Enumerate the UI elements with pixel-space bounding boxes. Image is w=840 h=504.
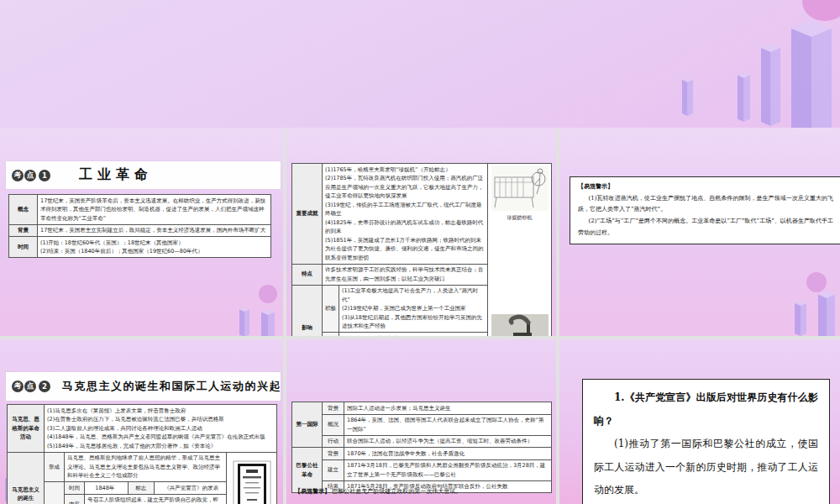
manifesto-book-image (233, 460, 271, 504)
row-label: 重要成就 (292, 164, 323, 265)
row-content: (1)工业革命极大地提高了社会生产力，人类进入“蒸汽时代” (2)19世纪中期，… (339, 285, 488, 333)
row-label: 第一国际 (292, 402, 323, 448)
topic2-header: 考 点 2 马克思主义的诞生和国际工人运动的兴起 (6, 372, 281, 401)
badge-number-icon: 1 (39, 170, 50, 181)
warning-box: 【易混警示】 (1)瓦特改进蒸汽机，使工业生产摆脱了地点、自然条件的限制，是生产… (570, 176, 840, 244)
row-content: 国际工人运动进一步发展；马克思主义诞生 (344, 402, 552, 415)
table-row: 马克思主义的诞生 形成 马克思、恩格斯批判地继承了前人思想的精华，形成了马克思主… (8, 452, 277, 482)
table-row: 重要成就 (1)1765年，哈格里夫斯发明“珍妮机”（开始标志） (2)1785… (292, 164, 552, 265)
topic1-header: 考 点 1 工业革命 (6, 161, 281, 189)
cube-decoration-icon (682, 20, 832, 128)
row-label: 影响 (292, 285, 323, 336)
qa-title: 1.《共产党宣言》出版后对世界历史有什么影响？ (594, 386, 818, 433)
warning-body: 巴黎公社是无产阶级建立政权的第一次伟大尝试。 (332, 488, 461, 495)
row-label: 背景 (9, 224, 38, 237)
badge-circle-icon: 点 (24, 381, 36, 392)
row-content: 1870年，法国在普法战争中失败，社会矛盾激化 (344, 448, 552, 460)
birth-mark-label: 标志 (128, 482, 155, 494)
table-row: 马克思、恩格斯的革命活动 (1)马克思多次在《莱茵报》上发表文章，抨击普鲁士政府… (8, 405, 277, 453)
row-content: 17世纪末，英国君主立宪制建立后，政局稳定，资本主义经济迅速发展，国内外市场不断… (38, 224, 271, 237)
warning-title: 【易混警示】 (295, 487, 330, 495)
sub-label: 背景 (323, 448, 344, 460)
sub-label: 行动 (323, 435, 344, 448)
table-row: 巴黎公社革命 背景 1870年，法国在普法战争中失败，社会矛盾激化 (292, 448, 552, 460)
row-content: 1848年 标志 《共产党宣言》的发表 (85, 482, 227, 495)
qa-box: 1.《共产党宣言》出版后对世界历史有什么影响？ (1)推动了第一国际和巴黎公社的… (582, 379, 830, 504)
image-column: 《共产党宣言》书影 (227, 452, 277, 504)
slide-cell-warning1[interactable]: 【易混警示】 (1)瓦特改进蒸汽机，使工业生产摆脱了地点、自然条件的限制，是生产… (559, 128, 840, 336)
spinning-jenny-figure: 珍妮纺纱机 (491, 165, 549, 221)
sub-label: 建立 (323, 459, 344, 480)
topic-badge: 考 点 2 (12, 381, 50, 392)
qa-paragraph: (1)推动了第一国际和巴黎公社的成立，使国际工人运动进入一个新的历史时期，推动了… (594, 433, 818, 502)
table-row: 建立 1871年3月18日，巴黎无产阶级和人民群众推翻资产阶级反动统治，3月28… (292, 459, 552, 480)
locomotive-figure: 史蒂芬孙试验蒸汽机车 (491, 314, 549, 336)
cube-decoration-icon (664, 0, 840, 128)
slide-grid: 考 点 1 工业革命 概念 17世纪末，英国资产阶级革命后，资本主义迅速发展。在… (0, 128, 840, 504)
row-content: 联合国际工人运动，以经济斗争为主（提高工资、缩短工时、改善劳动条件） (344, 435, 552, 448)
badge-circle-icon: 考 (12, 170, 24, 181)
topic2-table: 马克思、恩格斯的革命活动 (1)马克思多次在《莱茵报》上发表文章，抨击普鲁士政府… (7, 404, 277, 504)
badge-number-icon: 2 (39, 381, 50, 392)
row-content: 1871年3月18日，巴黎无产阶级和人民群众推翻资产阶级反动统治，3月28日，建… (344, 459, 552, 480)
sub-label: 背景 (323, 402, 344, 415)
table-row: 概念 17世纪末，英国资产阶级革命后，资本主义迅速发展。在棉纺织业，生产方式得到… (9, 195, 271, 225)
row-label: 时间 (9, 237, 38, 258)
table-row: 概况 1864年，英国、法国、德国等国工人代表联合起来成立了国际工人协会，史称“… (292, 414, 552, 435)
manifesto-book-figure: 《共产党宣言》书影 (229, 460, 274, 504)
slide-cell-topic2[interactable]: 考 点 2 马克思主义的诞生和国际工人运动的兴起 马克思、恩格斯的革命活动 (1… (0, 339, 283, 504)
steam-locomotive-image (491, 314, 549, 336)
row-content: (1)开始：18世纪60年代（英国）；18世纪末（其他国家） (2)结束：英国（… (38, 237, 271, 258)
slide-sorter-page: 考 点 1 工业革命 概念 17世纪末，英国资产阶级革命后，资本主义迅速发展。在… (0, 0, 840, 504)
topic1-table: 概念 17世纪末，英国资产阶级革命后，资本主义迅速发展。在棉纺织业，生产方式得到… (8, 194, 271, 258)
row-label: 马克思、恩格斯的革命活动 (8, 405, 45, 453)
row-label: 概念 (9, 195, 38, 225)
spinning-jenny-image (491, 165, 549, 211)
industrial-table: 重要成就 (1)1765年，哈格里夫斯发明“珍妮机”（开始标志） (2)1785… (291, 163, 552, 336)
badge-circle-icon: 点 (24, 170, 36, 181)
topic1-title: 工业革命 (79, 166, 153, 184)
sub-label: 积极 (323, 285, 339, 333)
top-decoration-band (0, 0, 840, 128)
birth-mark-value: 《共产党宣言》的发表 (155, 482, 228, 494)
image-caption: 珍妮纺纱机 (491, 214, 549, 221)
table-row: 第一国际 背景 国际工人运动进一步发展；马克思主义诞生 (292, 402, 552, 415)
row-content: (1)加速了殖民扩张与掠夺 (2)工人阶级遭受严重的压迫和剥削 (3)带来了环境… (339, 333, 488, 336)
warning-paragraph: (2)“工场”与“工厂”是两个不同的概念。工业革命是以“工厂”取代“工场”、以机… (578, 216, 833, 239)
row-label: 马克思主义的诞生 (8, 452, 45, 504)
sub-label: 诞生 (45, 482, 65, 504)
sub-label: 概况 (323, 414, 344, 435)
warning-title: 【易混警示】 (578, 182, 613, 190)
cube-decoration-icon (214, 267, 283, 336)
badge-circle-icon: 考 (12, 381, 24, 392)
row-label: 巴黎公社革命 (292, 448, 323, 493)
row-content: 1864年，英国、法国、德国等国工人代表联合起来成立了国际工人协会，史称“第一国… (344, 414, 552, 435)
table-row: 背景 17世纪末，英国君主立宪制建立后，政局稳定，资本主义经济迅速发展，国内外市… (9, 224, 271, 237)
slide-cell-industrial-detail[interactable]: 重要成就 (1)1765年，哈格里夫斯发明“珍妮机”（开始标志） (2)1785… (286, 128, 556, 336)
slide-cell-qa[interactable]: 1.《共产党宣言》出版后对世界历史有什么影响？ (1)推动了第一国际和巴黎公社的… (559, 339, 840, 504)
movement-table: 第一国际 背景 国际工人运动进一步发展；马克思主义诞生 概况 1864年，英国、… (291, 402, 552, 493)
slide-cell-topic1[interactable]: 考 点 1 工业革命 概念 17世纪末，英国资产阶级革命后，资本主义迅速发展。在… (0, 128, 283, 336)
table-row: 行动 联合国际工人运动，以经济斗争为主（提高工资、缩短工时、改善劳动条件） (292, 435, 552, 448)
sub-label: 消极 (323, 333, 339, 336)
image-column: 珍妮纺纱机 (488, 164, 552, 337)
row-content: 许多技术发明源于工匠的实践经验，科学与技术尚未真正结合；首先发生在英国，由一国到… (323, 264, 488, 285)
cube-decoration-icon (763, 259, 840, 336)
topic2-title: 马克思主义的诞生和国际工人运动的兴起 (62, 379, 281, 394)
row-content: 17世纪末，英国资产阶级革命后，资本主义迅速发展。在棉纺织业，生产方式得到改进，… (38, 195, 271, 225)
row-content: 马克思、恩格斯批判地继承了前人思想的精华，形成了马克思主义理论。马克思主义理论主… (65, 452, 227, 482)
topic-badge: 考 点 1 (12, 170, 50, 181)
slide-cell-movement[interactable]: 第一国际 背景 国际工人运动进一步发展；马克思主义诞生 概况 1864年，英国、… (286, 339, 556, 504)
row-content: (1)1765年，哈格里夫斯发明“珍妮机”（开始标志） (2)1785年，瓦特改… (323, 164, 488, 265)
warning-line: 【易混警示】 巴黎公社是无产阶级建立政权的第一次伟大尝试。 (295, 487, 551, 496)
sub-label: 时间 (65, 482, 85, 495)
table-row: 时间 (1)开始：18世纪60年代（英国）；18世纪末（其他国家） (2)结束：… (9, 237, 271, 258)
sub-label: 形成 (45, 452, 65, 482)
warning-paragraph: (1)瓦特改进蒸汽机，使工业生产摆脱了地点、自然条件的限制，是生产领域一次意义重… (578, 193, 833, 216)
row-content: 号召工人阶级组织起来，建立无产阶级自己的政党，即共产党，用暴力推翻资产阶级统治，… (85, 494, 227, 504)
sub-label: 内容 (65, 494, 85, 504)
row-label: 特点 (292, 264, 323, 285)
birth-time-value: 1848年 (82, 482, 128, 494)
row-content: (1)马克思多次在《莱茵报》上发表文章，抨击普鲁士政府 (2)在普鲁士政府的压力… (45, 405, 277, 453)
